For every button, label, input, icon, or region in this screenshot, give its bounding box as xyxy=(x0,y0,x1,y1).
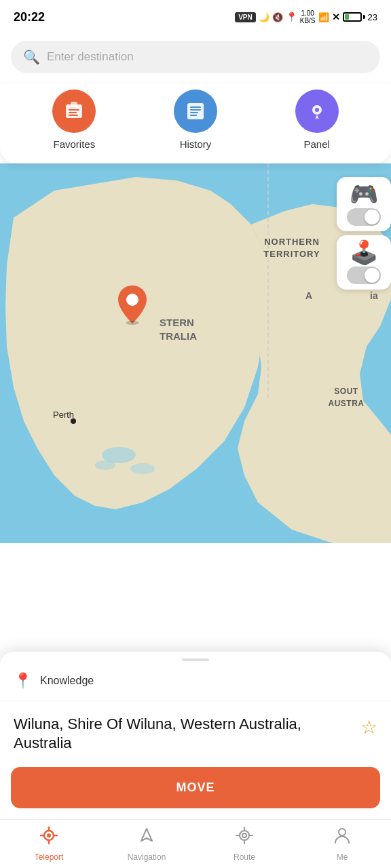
location-detail: Wiluna, Shire Of Wiluna, Western Austral… xyxy=(0,701,391,753)
status-bar: 20:22 VPN 🌙 🔇 📍 1.00KB/S 📶 ✕ 23 xyxy=(0,0,391,34)
nav-teleport[interactable]: Teleport xyxy=(0,826,98,862)
battery-percent: 23 xyxy=(368,12,377,22)
favorites-icon-circle xyxy=(52,90,96,133)
route-nav-label: Route xyxy=(234,852,255,862)
location-icon: 📍 xyxy=(286,12,297,22)
joystick-widget[interactable]: 🕹️ xyxy=(337,235,391,290)
joystick-toggle[interactable] xyxy=(347,267,381,284)
moon-icon: 🌙 xyxy=(259,12,269,22)
sheet-handle xyxy=(182,658,209,661)
quick-actions: Favorites History Panel xyxy=(0,84,391,163)
location-type-label: Knowledge xyxy=(40,675,94,687)
bottom-sheet: 📍 Knowledge Wiluna, Shire Of Wiluna, Wes… xyxy=(0,652,391,819)
svg-text:A: A xyxy=(305,290,312,301)
svg-point-38 xyxy=(240,831,249,840)
speed-indicator: 1.00KB/S xyxy=(300,9,316,24)
svg-text:ia: ia xyxy=(370,290,378,301)
map-area[interactable]: NORTHERN TERRITORY SOUT AUSTRA A ia STER… xyxy=(0,163,391,543)
star-favorite-icon[interactable]: ☆ xyxy=(360,716,377,738)
search-icon: 🔍 xyxy=(23,49,40,65)
status-icons: VPN 🌙 🔇 📍 1.00KB/S 📶 ✕ 23 xyxy=(235,9,377,24)
svg-point-44 xyxy=(339,829,346,835)
svg-rect-9 xyxy=(190,115,197,116)
svg-text:AUSTRA: AUSTRA xyxy=(329,399,365,408)
mute-icon: 🔇 xyxy=(272,12,283,22)
map-widgets: 🎮 🕹️ xyxy=(337,177,391,290)
nav-navigation[interactable]: Navigation xyxy=(98,826,196,862)
svg-rect-4 xyxy=(69,115,78,116)
nav-me[interactable]: Me xyxy=(293,826,391,862)
bottom-nav: Teleport Navigation Route xyxy=(0,819,391,868)
location-type-row: 📍 Knowledge xyxy=(0,672,391,701)
svg-text:SOUT: SOUT xyxy=(334,387,358,396)
favorites-label: Favorites xyxy=(53,138,95,150)
svg-point-33 xyxy=(47,833,51,837)
svg-rect-5 xyxy=(187,103,204,119)
me-nav-icon xyxy=(333,826,352,850)
history-icon-circle xyxy=(174,90,217,133)
svg-text:TRALIA: TRALIA xyxy=(160,330,197,342)
history-label: History xyxy=(180,138,212,150)
joystick-icon: 🕹️ xyxy=(350,241,378,264)
action-panel[interactable]: Panel xyxy=(295,90,339,150)
svg-rect-6 xyxy=(190,106,201,108)
me-nav-label: Me xyxy=(337,852,348,862)
navigation-nav-icon xyxy=(137,826,156,850)
gamepad-toggle[interactable] xyxy=(347,208,381,226)
gamepad-icon: 🎮 xyxy=(350,182,378,205)
action-favorites[interactable]: Favorites xyxy=(52,90,96,150)
teleport-nav-label: Teleport xyxy=(35,852,64,862)
nav-route[interactable]: Route xyxy=(196,826,293,862)
route-nav-icon xyxy=(235,826,254,850)
location-name: Wiluna, Shire Of Wiluna, Western Austral… xyxy=(14,715,360,753)
gamepad-widget[interactable]: 🎮 xyxy=(337,177,391,231)
svg-point-39 xyxy=(242,833,246,837)
svg-point-31 xyxy=(126,294,138,306)
svg-text:Perth: Perth xyxy=(53,410,74,420)
pin-shadow xyxy=(126,321,139,325)
teleport-nav-icon xyxy=(39,826,58,850)
status-time: 20:22 xyxy=(14,10,45,24)
search-container: 🔍 Enter destination xyxy=(0,34,391,84)
svg-rect-1 xyxy=(71,102,77,107)
battery-indicator xyxy=(343,12,365,22)
svg-point-20 xyxy=(95,460,115,470)
svg-rect-8 xyxy=(190,112,198,113)
vpn-badge: VPN xyxy=(235,12,256,22)
svg-rect-2 xyxy=(69,109,79,111)
svg-text:STERN: STERN xyxy=(160,317,194,328)
wifi-icon: 📶 xyxy=(318,12,329,22)
search-bar[interactable]: 🔍 Enter destination xyxy=(11,41,380,73)
svg-rect-3 xyxy=(69,112,77,113)
svg-rect-7 xyxy=(190,109,201,111)
svg-text:TERRITORY: TERRITORY xyxy=(263,249,320,259)
svg-point-19 xyxy=(130,463,155,474)
svg-point-11 xyxy=(315,108,319,112)
location-type-icon: 📍 xyxy=(14,672,32,690)
location-pin xyxy=(116,285,149,325)
search-placeholder: Enter destination xyxy=(47,50,134,64)
navigation-nav-label: Navigation xyxy=(128,852,166,862)
panel-icon-circle xyxy=(295,90,339,133)
panel-label: Panel xyxy=(303,138,329,150)
move-button[interactable]: MOVE xyxy=(11,767,380,808)
action-history[interactable]: History xyxy=(174,90,217,150)
svg-text:NORTHERN: NORTHERN xyxy=(264,237,320,247)
x-icon: ✕ xyxy=(332,12,340,22)
